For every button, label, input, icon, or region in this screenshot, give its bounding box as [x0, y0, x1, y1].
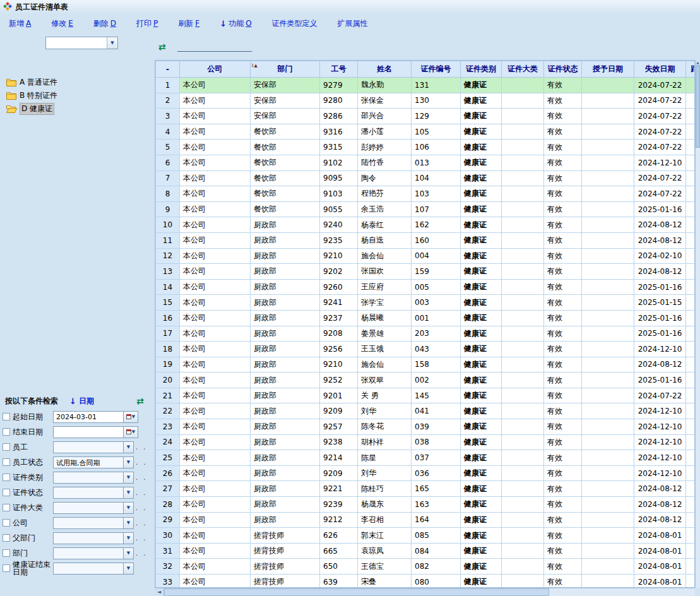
date-input[interactable]: 2024-03-01 [53, 411, 123, 423]
table-row[interactable]: 20本公司厨政部9252张双翠002健康证有效2025-01-16 [156, 372, 696, 388]
chevron-down-icon[interactable]: ▼ [123, 487, 134, 499]
filter-checkbox[interactable] [3, 428, 10, 436]
browse-dots[interactable]: . . [136, 550, 148, 557]
table-row[interactable]: 19本公司厨政部9210施会仙158健康证有效2024-08-12 [156, 357, 696, 372]
scroll-up-button[interactable]: ▲ [696, 60, 700, 66]
chevron-down-icon[interactable]: ▼ [123, 472, 134, 484]
panel-splitter[interactable] [150, 33, 155, 596]
column-header[interactable]: 证件状态 [544, 61, 582, 78]
table-row[interactable]: 13本公司厨政部9202张国欢159健康证有效2024-08-12 [156, 264, 696, 280]
browse-dots[interactable]: . . [136, 474, 148, 481]
tree-item[interactable]: D 健康证 [4, 102, 148, 116]
table-row[interactable]: 10本公司厨政部9240杨泰红162健康证有效2024-08-12 [156, 217, 696, 233]
chevron-down-icon[interactable]: ▼ [123, 563, 134, 575]
toolbar-button[interactable]: 修改E [51, 18, 73, 29]
hscroll-thumb[interactable] [164, 588, 549, 596]
chevron-down-icon[interactable]: ▼ [107, 37, 117, 49]
table-row[interactable]: 12本公司厨政部9210施会仙004健康证有效2024-02-10 [156, 248, 696, 264]
table-row[interactable]: 5本公司餐饮部9315彭婷婷106健康证有效2024-07-22 [156, 140, 696, 155]
column-header[interactable]: 证件类别 [461, 61, 502, 78]
table-row[interactable]: 25本公司厨政部9214陈星037健康证有效2024-12-10 [156, 450, 696, 466]
chevron-down-icon[interactable]: ▼ [123, 532, 134, 544]
column-header[interactable]: 姓名 [358, 61, 412, 78]
filter-combo-value[interactable] [53, 563, 123, 575]
browse-dots[interactable]: . . [136, 535, 148, 542]
table-row[interactable]: 4本公司餐饮部9316潘小莲105健康证有效2024-07-22 [156, 124, 696, 140]
table-row[interactable]: 6本公司餐饮部9102陆竹香013健康证有效2024-12-10 [156, 155, 696, 170]
column-header[interactable]: 距离 [686, 61, 696, 78]
table-row[interactable]: 30本公司搓背技师626郭末江085健康证有效2024-08-01 [156, 528, 696, 544]
filter-checkbox[interactable] [3, 549, 10, 557]
table-row[interactable]: 2本公司安保部9280张保金130健康证有效2024-07-22 [156, 93, 696, 109]
filter-checkbox[interactable] [3, 519, 10, 527]
table-row[interactable]: 22本公司厨政部9209刘华041健康证有效2024-12-10 [156, 403, 696, 419]
column-header[interactable]: 工号 [320, 61, 358, 78]
toolbar-button[interactable]: 刷新F [178, 18, 199, 29]
horizontal-scrollbar[interactable]: ◄ [155, 588, 695, 596]
table-row[interactable]: 33本公司搓背技师639宋叠080健康证有效2024-08-01 [156, 575, 696, 588]
chevron-down-icon[interactable]: ▼ [123, 547, 134, 559]
swap-icon[interactable]: ⇄ [158, 42, 166, 52]
toolbar-button[interactable]: 扩展属性 [338, 18, 368, 29]
filter-checkbox[interactable] [3, 504, 10, 511]
filter-combo-value[interactable] [53, 547, 123, 559]
browse-dots[interactable]: . . [136, 520, 148, 527]
calendar-dropdown-button[interactable]: ▼ [123, 411, 138, 423]
scroll-left-button[interactable]: ◄ [155, 588, 164, 596]
browse-dots[interactable]: . . [136, 459, 148, 466]
table-row[interactable]: 14本公司厨政部9260王应府005健康证有效2025-01-16 [156, 279, 696, 295]
toolbar-button[interactable]: ↓功能O [220, 18, 251, 29]
chevron-down-icon[interactable]: ▼ [123, 456, 134, 468]
filter-checkbox[interactable] [3, 534, 10, 542]
browse-dots[interactable]: . . [136, 489, 148, 496]
filter-checkbox[interactable] [3, 443, 10, 451]
filter-checkbox[interactable] [3, 474, 10, 481]
tree-filter-combobox[interactable]: ▼ [45, 37, 118, 49]
column-header[interactable]: 失效日期 [634, 61, 686, 78]
table-row[interactable]: 26本公司厨政部9209刘华036健康证有效2024-12-10 [156, 465, 696, 481]
table-row[interactable]: 3本公司安保部9286邵兴合129健康证有效2024-07-22 [156, 109, 696, 124]
tree-item[interactable]: A 普通证件 [4, 76, 148, 89]
table-row[interactable]: 15本公司厨政部9241张学宝003健康证有效2025-01-15 [156, 295, 696, 311]
chevron-down-icon[interactable]: ▼ [123, 502, 134, 514]
table-row[interactable]: 32本公司搓背技师650王德宝082健康证有效2024-08-01 [156, 559, 696, 575]
browse-dots[interactable]: . . [136, 444, 148, 451]
filter-combo-value[interactable]: 试用期,合同期 [53, 456, 123, 468]
table-row[interactable]: 11本公司厨政部9235杨自迭160健康证有效2024-08-12 [156, 232, 696, 248]
table-row[interactable]: 27本公司厨政部9221陈桂巧165健康证有效2024-08-12 [156, 481, 696, 497]
filter-combo-value[interactable] [53, 472, 123, 484]
table-row[interactable]: 31本公司搓背技师665袁琼凤084健康证有效2024-08-01 [156, 543, 696, 559]
table-row[interactable]: 29本公司厨政部9212李召相164健康证有效2024-08-12 [156, 512, 696, 528]
filter-checkbox[interactable] [3, 413, 10, 420]
toolbar-button[interactable]: 证件类型定义 [272, 18, 317, 29]
chevron-down-icon[interactable]: ▼ [123, 441, 134, 453]
filter-combo-value[interactable] [53, 487, 123, 499]
column-header[interactable]: 证件编号 [412, 61, 461, 78]
filter-checkbox[interactable] [3, 564, 10, 572]
table-row[interactable]: 1本公司安保部9279魏永勤131健康证有效2024-07-22 [156, 78, 696, 93]
toolbar-button[interactable]: 打印P [136, 18, 158, 29]
column-header[interactable]: 证件大类 [502, 61, 544, 78]
date-input[interactable] [53, 426, 123, 438]
filter-combo-value[interactable] [53, 532, 123, 544]
toolbar-button[interactable]: 删除D [93, 18, 116, 29]
date-menu-button[interactable]: ↓ 日期 [69, 396, 94, 407]
browse-dots[interactable]: . . [136, 504, 148, 511]
table-row[interactable]: 24本公司厨政部9238胡朴祥038健康证有效2024-12-10 [156, 434, 696, 450]
filter-combo-value[interactable] [53, 441, 123, 453]
filter-checkbox[interactable] [3, 489, 10, 496]
table-row[interactable]: 18本公司厨政部9256王玉饿043健康证有效2024-12-10 [156, 342, 696, 357]
table-row[interactable]: 17本公司厨政部9208姜景雄203健康证有效2025-01-16 [156, 326, 696, 342]
chevron-down-icon[interactable]: ▼ [123, 517, 134, 529]
filter-combo-value[interactable] [53, 517, 123, 529]
column-header[interactable]: 1▲部门 [251, 61, 320, 78]
column-header[interactable]: - [156, 61, 180, 78]
vertical-scrollbar[interactable]: ▲ [695, 60, 700, 588]
locate-input[interactable] [177, 41, 252, 52]
table-row[interactable]: 8本公司餐饮部9103程艳芬103健康证有效2024-07-22 [156, 186, 696, 202]
table-row[interactable]: 9本公司餐饮部9055余玉浩107健康证有效2025-01-16 [156, 201, 696, 217]
column-header[interactable]: 授予日期 [582, 61, 634, 78]
calendar-dropdown-button[interactable]: ▼ [123, 426, 138, 438]
table-row[interactable]: 7本公司餐饮部9095陶令104健康证有效2024-07-22 [156, 170, 696, 186]
table-row[interactable]: 23本公司厨政部9257陈冬花039健康证有效2024-12-10 [156, 419, 696, 435]
